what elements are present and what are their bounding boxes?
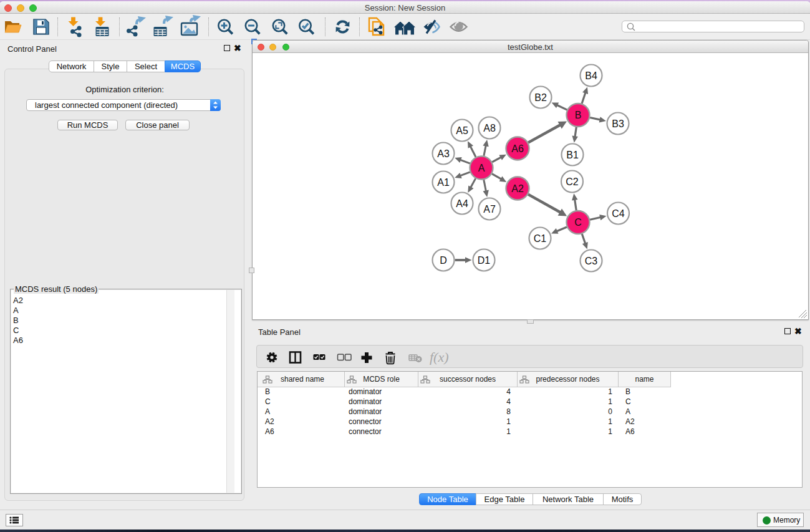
svg-text:A1: A1 [437, 177, 450, 188]
svg-text:C1: C1 [534, 233, 547, 244]
svg-text:C: C [574, 217, 582, 228]
svg-text:A7: A7 [483, 204, 496, 215]
svg-text:A6: A6 [511, 143, 524, 154]
svg-text:B4: B4 [585, 70, 597, 81]
svg-text:B1: B1 [566, 150, 579, 160]
svg-text:D: D [440, 255, 447, 266]
svg-text:C2: C2 [566, 177, 579, 187]
svg-text:B2: B2 [534, 92, 547, 103]
svg-text:D1: D1 [478, 255, 491, 266]
svg-text:A8: A8 [483, 123, 496, 133]
svg-text:A2: A2 [511, 183, 524, 194]
svg-text:A3: A3 [437, 148, 450, 159]
svg-text:C3: C3 [585, 256, 598, 266]
svg-text:f(x): f(x) [430, 349, 449, 365]
svg-text:B: B [575, 110, 582, 120]
svg-text:B3: B3 [612, 118, 624, 129]
svg-text:A5: A5 [456, 125, 468, 136]
svg-text:A4: A4 [456, 198, 468, 209]
svg-text:C4: C4 [612, 208, 625, 219]
svg-text:A: A [478, 163, 485, 173]
